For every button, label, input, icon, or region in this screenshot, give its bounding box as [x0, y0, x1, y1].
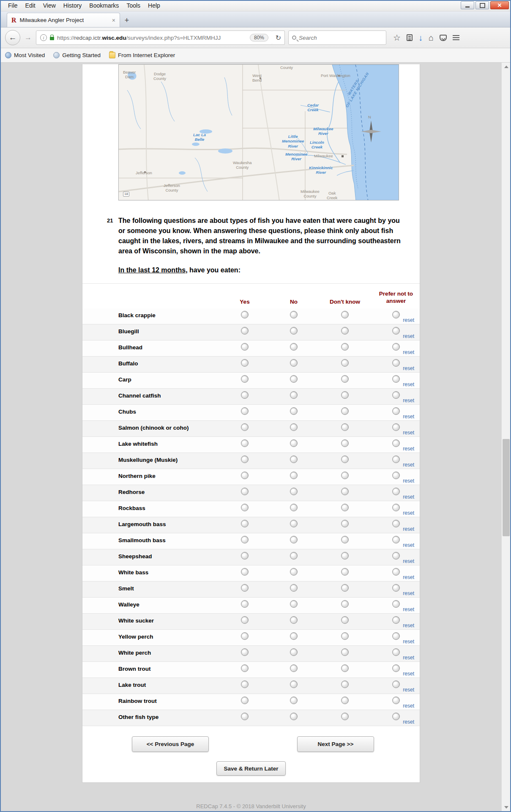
radio-no-chubs[interactable]	[290, 407, 298, 415]
radio-dont-know-bluegill[interactable]	[341, 327, 349, 335]
radio-yes-largemouth-bass[interactable]	[241, 520, 249, 527]
radio-dont-know-carp[interactable]	[341, 375, 349, 383]
reset-link[interactable]: reset	[403, 333, 414, 339]
radio-dont-know-white-bass[interactable]	[341, 568, 349, 576]
radio-prefer-not-black-crappie[interactable]	[392, 311, 400, 318]
radio-dont-know-salmon-chinook-or-coho[interactable]	[341, 423, 349, 431]
radio-yes-chubs[interactable]	[241, 407, 249, 415]
radio-prefer-not-lake-whitefish[interactable]	[392, 439, 400, 447]
radio-no-white-bass[interactable]	[290, 568, 298, 576]
url-bar[interactable]: i https://redcap.ictr.wisc.edu/surveys/i…	[36, 30, 273, 45]
forward-button[interactable]: →	[24, 33, 33, 42]
radio-no-largemouth-bass[interactable]	[290, 520, 298, 527]
reset-link[interactable]: reset	[403, 494, 414, 500]
radio-yes-carp[interactable]	[241, 375, 249, 383]
radio-yes-bluegill[interactable]	[241, 327, 249, 335]
bookmark-getting-started[interactable]: Getting Started	[53, 52, 101, 58]
bookmark-from-internet-explorer[interactable]: From Internet Explorer	[109, 52, 175, 58]
reset-link[interactable]: reset	[403, 655, 414, 661]
radio-prefer-not-redhorse[interactable]	[392, 488, 400, 495]
radio-no-yellow-perch[interactable]	[290, 632, 298, 640]
radio-no-sheepshead[interactable]	[290, 552, 298, 560]
menu-file[interactable]: File	[4, 1, 22, 10]
reset-link[interactable]: reset	[403, 349, 414, 355]
save-return-later-button[interactable]: Save & Return Later	[216, 761, 286, 776]
downloads-icon[interactable]: ↓	[418, 33, 423, 43]
scrollbar-thumb[interactable]	[503, 439, 510, 536]
reset-link[interactable]: reset	[403, 703, 414, 709]
radio-dont-know-largemouth-bass[interactable]	[341, 520, 349, 527]
radio-yes-brown-trout[interactable]	[241, 664, 249, 672]
reset-link[interactable]: reset	[403, 590, 414, 596]
reset-link[interactable]: reset	[403, 510, 414, 516]
radio-yes-rockbass[interactable]	[241, 504, 249, 511]
radio-yes-white-perch[interactable]	[241, 648, 249, 656]
radio-prefer-not-smallmouth-bass[interactable]	[392, 536, 400, 543]
radio-dont-know-rockbass[interactable]	[341, 504, 349, 511]
radio-prefer-not-yellow-perch[interactable]	[392, 632, 400, 640]
radio-yes-rainbow-trout[interactable]	[241, 697, 249, 704]
radio-no-smelt[interactable]	[290, 584, 298, 592]
library-icon[interactable]	[407, 34, 413, 41]
new-tab-button[interactable]: +	[120, 14, 134, 26]
radio-yes-muskellunge-muskie[interactable]	[241, 455, 249, 463]
radio-prefer-not-walleye[interactable]	[392, 600, 400, 608]
zoom-level-badge[interactable]: 80%	[250, 34, 268, 41]
radio-yes-salmon-chinook-or-coho[interactable]	[241, 423, 249, 431]
reset-link[interactable]: reset	[403, 623, 414, 628]
radio-dont-know-other-fish-type[interactable]	[341, 713, 349, 720]
radio-prefer-not-brown-trout[interactable]	[392, 664, 400, 672]
radio-dont-know-channel-catfish[interactable]	[341, 391, 349, 399]
reset-link[interactable]: reset	[403, 398, 414, 403]
next-page-button[interactable]: Next Page >>	[297, 736, 374, 752]
radio-prefer-not-chubs[interactable]	[392, 407, 400, 415]
radio-no-white-perch[interactable]	[290, 648, 298, 656]
search-input[interactable]	[299, 35, 371, 41]
radio-no-walleye[interactable]	[290, 600, 298, 608]
radio-no-brown-trout[interactable]	[290, 664, 298, 672]
radio-yes-white-bass[interactable]	[241, 568, 249, 576]
radio-dont-know-northern-pike[interactable]	[341, 472, 349, 479]
menu-history[interactable]: History	[60, 1, 86, 10]
radio-dont-know-buffalo[interactable]	[341, 359, 349, 367]
reset-link[interactable]: reset	[403, 574, 414, 580]
scroll-down-arrow-icon[interactable]	[502, 803, 511, 811]
radio-prefer-not-northern-pike[interactable]	[392, 472, 400, 479]
radio-prefer-not-sheepshead[interactable]	[392, 552, 400, 560]
bookmark-most-visited[interactable]: Most Visited	[5, 52, 45, 58]
reset-link[interactable]: reset	[403, 381, 414, 387]
reload-button[interactable]: ↻	[272, 30, 285, 45]
minimize-button[interactable]	[461, 1, 474, 9]
radio-no-bluegill[interactable]	[290, 327, 298, 335]
radio-no-bullhead[interactable]	[290, 343, 298, 351]
radio-prefer-not-channel-catfish[interactable]	[392, 391, 400, 399]
radio-no-black-crappie[interactable]	[290, 311, 298, 318]
radio-yes-redhorse[interactable]	[241, 488, 249, 495]
radio-no-salmon-chinook-or-coho[interactable]	[290, 423, 298, 431]
radio-dont-know-walleye[interactable]	[341, 600, 349, 608]
radio-no-carp[interactable]	[290, 375, 298, 383]
reset-link[interactable]: reset	[403, 671, 414, 677]
reset-link[interactable]: reset	[403, 639, 414, 645]
radio-prefer-not-rainbow-trout[interactable]	[392, 697, 400, 704]
reset-link[interactable]: reset	[403, 414, 414, 420]
radio-prefer-not-largemouth-bass[interactable]	[392, 520, 400, 527]
home-icon[interactable]: ⌂	[429, 33, 434, 43]
bookmark-star-icon[interactable]: ☆	[393, 33, 401, 43]
reset-link[interactable]: reset	[403, 478, 414, 484]
radio-yes-buffalo[interactable]	[241, 359, 249, 367]
tab-close-icon[interactable]: ×	[112, 17, 115, 24]
radio-dont-know-brown-trout[interactable]	[341, 664, 349, 672]
close-button[interactable]: ✕	[490, 1, 509, 9]
reset-link[interactable]: reset	[403, 365, 414, 371]
menu-tools[interactable]: Tools	[123, 1, 144, 10]
radio-no-rainbow-trout[interactable]	[290, 697, 298, 704]
radio-no-muskellunge-muskie[interactable]	[290, 455, 298, 463]
radio-yes-walleye[interactable]	[241, 600, 249, 608]
radio-dont-know-yellow-perch[interactable]	[341, 632, 349, 640]
reset-link[interactable]: reset	[403, 687, 414, 693]
radio-dont-know-bullhead[interactable]	[341, 343, 349, 351]
hamburger-menu-icon[interactable]	[453, 35, 459, 36]
menu-view[interactable]: View	[39, 1, 60, 10]
radio-yes-white-sucker[interactable]	[241, 616, 249, 624]
